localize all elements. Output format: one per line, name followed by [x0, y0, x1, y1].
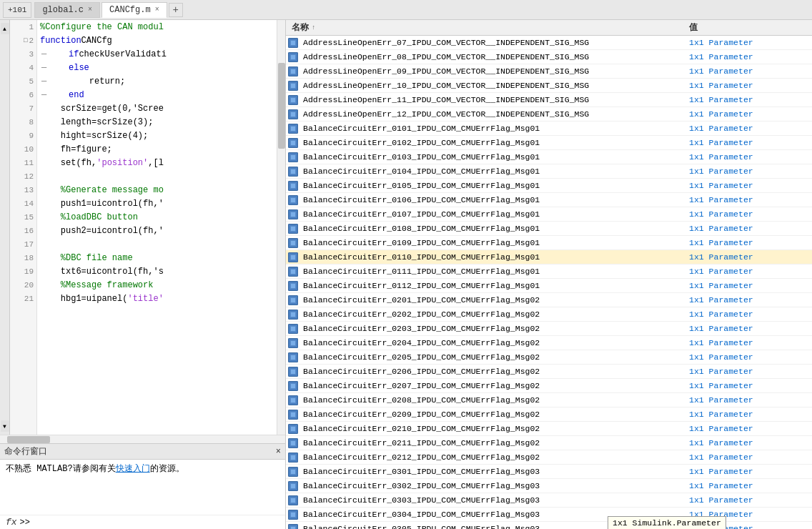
var-row[interactable]: BalanceCircuitErr_0208_IPDU_COM_CMUErrFl… [286, 393, 812, 407]
line-num-label-10: 10 [24, 145, 34, 154]
code-line-13[interactable]: %Generate message mo [40, 183, 277, 197]
code-line-20[interactable]: %Message framework [40, 278, 277, 292]
var-row[interactable]: BalanceCircuitErr_0201_IPDU_COM_CMUErrFl… [286, 293, 812, 307]
command-window-close[interactable]: × [276, 447, 281, 457]
scroll-up-arrow[interactable]: ▲ [1, 23, 9, 34]
var-value-cell: 1x1 Parameter [683, 381, 812, 390]
tab-global-c-close[interactable]: × [88, 6, 92, 14]
keyword-end: end [69, 90, 84, 100]
var-value-cell: 1x1 Parameter [683, 181, 812, 190]
var-row[interactable]: BalanceCircuitErr_0206_IPDU_COM_CMUErrFl… [286, 365, 812, 379]
var-name-cell: AddressLineOpenErr_08_IPDU_COM_VECTOR__I… [300, 52, 683, 61]
code-hscroll-thumb[interactable] [7, 436, 50, 443]
code-line-11[interactable]: set(fh,'position',[l [40, 156, 277, 169]
var-row[interactable]: BalanceCircuitErr_0107_IPDU_COM_CMUErrFl… [286, 207, 812, 222]
code-line-16[interactable]: push2=uicontrol(fh,' [40, 224, 277, 237]
code-scrollbar-thumb[interactable] [278, 63, 285, 149]
code-line-3[interactable]: — if checkUserValidati [40, 47, 277, 61]
var-row[interactable]: BalanceCircuitErr_0209_IPDU_COM_CMUErrFl… [286, 407, 812, 422]
var-row[interactable]: BalanceCircuitErr_0212_IPDU_COM_CMUErrFl… [286, 450, 812, 465]
var-name-cell: BalanceCircuitErr_0304_IPDU_COM_CMUErrFl… [300, 510, 683, 519]
var-row[interactable]: BalanceCircuitErr_0103_IPDU_COM_CMUErrFl… [286, 150, 812, 164]
comment-text-20: %Message framework [61, 280, 154, 290]
var-value-cell: 1x1 Parameter [683, 424, 812, 433]
var-row[interactable]: BalanceCircuitErr_0205_IPDU_COM_CMUErrFl… [286, 350, 812, 365]
var-icon [286, 250, 300, 264]
code-line-18[interactable]: %DBC file name [40, 251, 277, 264]
var-icon [286, 164, 300, 179]
command-prompt[interactable]: fx >> [0, 515, 285, 529]
code-line-1[interactable]: %Configure the CAN modul [40, 20, 277, 34]
var-icon [286, 508, 300, 522]
var-col-name-header[interactable]: 名称 ↑ [286, 20, 683, 35]
var-row[interactable]: BalanceCircuitErr_0105_IPDU_COM_CMUErrFl… [286, 179, 812, 193]
var-row[interactable]: BalanceCircuitErr_0211_IPDU_COM_CMUErrFl… [286, 436, 812, 450]
var-row[interactable]: BalanceCircuitErr_0204_IPDU_COM_CMUErrFl… [286, 336, 812, 350]
collapse-arrow-2[interactable]: □ [24, 37, 27, 44]
var-row[interactable]: BalanceCircuitErr_0304_IPDU_COM_CMUErrFl… [286, 508, 812, 522]
var-icon [286, 150, 300, 164]
code-line-9[interactable]: hight=scrSize(4); [40, 129, 277, 142]
var-row[interactable]: BalanceCircuitErr_0303_IPDU_COM_CMUErrFl… [286, 493, 812, 508]
code-line-12[interactable] [40, 169, 277, 183]
line-number-7: 7 [10, 102, 36, 115]
var-row[interactable]: BalanceCircuitErr_0302_IPDU_COM_CMUErrFl… [286, 479, 812, 493]
var-row[interactable]: AddressLineOpenErr_11_IPDU_COM_VECTOR__I… [286, 93, 812, 107]
code-line-7[interactable]: scrSize=get(0,'Scree [40, 102, 277, 115]
var-row[interactable]: BalanceCircuitErr_0301_IPDU_COM_CMUErrFl… [286, 465, 812, 479]
var-row[interactable]: BalanceCircuitErr_0111_IPDU_COM_CMUErrFl… [286, 264, 812, 279]
command-link[interactable]: 快速入门 [116, 464, 150, 474]
var-row[interactable]: BalanceCircuitErr_0104_IPDU_COM_CMUErrFl… [286, 164, 812, 179]
code-line-10[interactable]: fh=figure; [40, 142, 277, 156]
code-line-5[interactable]: — return; [40, 74, 277, 88]
var-row[interactable]: BalanceCircuitErr_0101_IPDU_COM_CMUErrFl… [286, 122, 812, 136]
var-row[interactable]: BalanceCircuitErr_0203_IPDU_COM_CMUErrFl… [286, 322, 812, 336]
code-horizontal-scrollbar[interactable] [0, 435, 285, 443]
var-name-cell: BalanceCircuitErr_0203_IPDU_COM_CMUErrFl… [300, 324, 683, 333]
var-row[interactable]: BalanceCircuitErr_0112_IPDU_COM_CMUErrFl… [286, 279, 812, 293]
code-line-19[interactable]: txt6=uicontrol(fh,'s [40, 264, 277, 278]
var-row[interactable]: BalanceCircuitErr_0305_IPDU_COM_CMUErrFl… [286, 522, 812, 529]
var-icon [286, 336, 300, 350]
var-row[interactable]: AddressLineOpenErr_08_IPDU_COM_VECTOR__I… [286, 50, 812, 64]
var-row[interactable]: BalanceCircuitErr_0110_IPDU_COM_CMUErrFl… [286, 250, 812, 264]
code-line-2[interactable]: function CANCfg [40, 34, 277, 47]
var-value-cell: 1x1 Parameter [683, 138, 812, 147]
var-row[interactable]: AddressLineOpenErr_12_IPDU_COM_VECTOR__I… [286, 107, 812, 122]
var-icon [286, 222, 300, 236]
var-row[interactable]: AddressLineOpenErr_09_IPDU_COM_VECTOR__I… [286, 64, 812, 79]
var-col-value-header[interactable]: 值 [683, 20, 812, 35]
var-list[interactable]: AddressLineOpenErr_07_IPDU_COM_VECTOR__I… [286, 36, 812, 529]
var-row[interactable]: BalanceCircuitErr_0207_IPDU_COM_CMUErrFl… [286, 379, 812, 393]
var-name-cell: BalanceCircuitErr_0206_IPDU_COM_CMUErrFl… [300, 367, 683, 376]
var-row[interactable]: BalanceCircuitErr_0109_IPDU_COM_CMUErrFl… [286, 236, 812, 250]
tab-add-button[interactable]: + [169, 3, 183, 17]
var-icon [286, 36, 300, 50]
scroll-down-arrow[interactable]: ▼ [1, 420, 9, 432]
var-icon [286, 122, 300, 136]
var-row[interactable]: AddressLineOpenErr_07_IPDU_COM_VECTOR__I… [286, 36, 812, 50]
code-line-21[interactable]: hbg1=uipanel('title' [40, 292, 277, 305]
comment-text-13: %Generate message mo [61, 185, 164, 195]
var-row[interactable]: BalanceCircuitErr_0102_IPDU_COM_CMUErrFl… [286, 136, 812, 150]
code-line-15[interactable]: %loadDBC button [40, 210, 277, 224]
keyword-else: else [69, 63, 89, 73]
var-row[interactable]: AddressLineOpenErr_10_IPDU_COM_VECTOR__I… [286, 79, 812, 93]
line-number-2: □2 [10, 34, 36, 47]
var-row[interactable]: BalanceCircuitErr_0108_IPDU_COM_CMUErrFl… [286, 222, 812, 236]
tab-cancfg-m[interactable]: CANCfg.m × [102, 2, 167, 18]
code-line-8[interactable]: length=scrSize(3); [40, 115, 277, 129]
var-row[interactable]: BalanceCircuitErr_0210_IPDU_COM_CMUErrFl… [286, 422, 812, 436]
var-row[interactable]: BalanceCircuitErr_0202_IPDU_COM_CMUErrFl… [286, 307, 812, 322]
code-line-14[interactable]: push1=uicontrol(fh,' [40, 197, 277, 210]
code-line-17[interactable] [40, 237, 277, 251]
var-icon [286, 179, 300, 193]
var-table-header: 名称 ↑ 值 [286, 20, 812, 36]
code-line-6[interactable]: — end [40, 88, 277, 102]
tab-cancfg-m-close[interactable]: × [155, 6, 159, 14]
code-vertical-scrollbar[interactable] [277, 20, 285, 435]
line-num-label-19: 19 [24, 267, 34, 276]
tab-global-c[interactable]: global.c × [34, 2, 100, 18]
var-row[interactable]: BalanceCircuitErr_0106_IPDU_COM_CMUErrFl… [286, 193, 812, 207]
code-line-4[interactable]: — else [40, 61, 277, 74]
